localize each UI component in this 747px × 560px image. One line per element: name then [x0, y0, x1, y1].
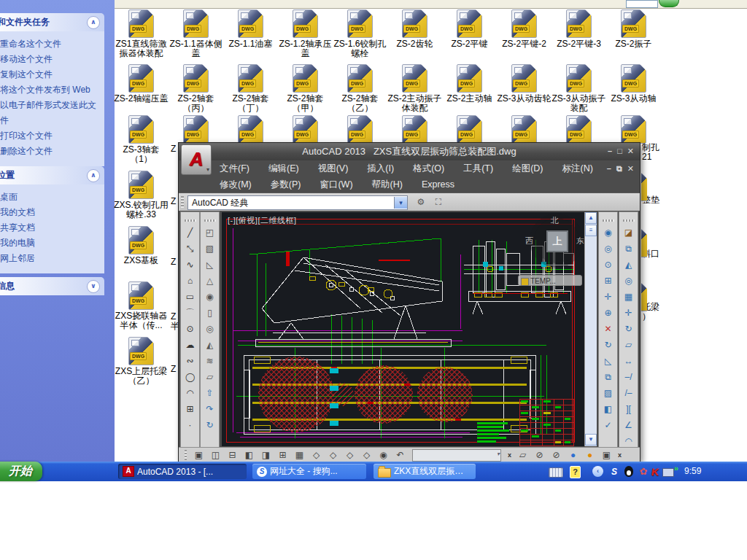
file-item[interactable]: DWG: [169, 115, 223, 144]
file-item[interactable]: DWG: [606, 115, 661, 144]
circle-icon[interactable]: ⊙: [182, 322, 198, 336]
press-pull-icon[interactable]: ⇧: [202, 386, 217, 400]
sidebar-link[interactable]: 共享文档: [0, 220, 101, 236]
check-icon[interactable]: ✓: [600, 419, 616, 432]
named-views-icon[interactable]: ▣: [191, 448, 206, 462]
cone-icon[interactable]: △: [202, 274, 217, 288]
menu-item[interactable]: Express: [422, 179, 454, 190]
taskbar-task-autocad[interactable]: A AutoCAD 2013 - [...: [118, 464, 247, 479]
chamfer-icon[interactable]: ∠: [621, 419, 636, 432]
sogou-input-tray-icon[interactable]: S: [608, 466, 620, 478]
intersect-icon[interactable]: ⊙: [600, 258, 616, 272]
collapse-chevron-icon[interactable]: ∧: [87, 16, 100, 29]
offset-faces-icon[interactable]: ⊕: [600, 306, 616, 320]
iso-sw-icon[interactable]: ◇: [309, 448, 324, 462]
file-item[interactable]: DWGZXS.铰制孔用螺栓.33: [114, 171, 169, 226]
drawing-canvas[interactable]: [-][俯视][二维线框] 上 北 西 东 TEMP...: [222, 212, 584, 446]
pyramid-icon[interactable]: ◭: [202, 338, 217, 352]
help-tray-icon[interactable]: ?: [570, 466, 581, 478]
go-button[interactable]: [659, 0, 679, 7]
menu-item[interactable]: 插入(I): [367, 163, 394, 175]
file-item[interactable]: DWG: [497, 115, 551, 144]
menu-item[interactable]: 参数(P): [271, 179, 301, 191]
toolbar-close-icon[interactable]: x: [506, 451, 514, 459]
clipped-file-label[interactable]: Z: [171, 144, 176, 154]
toolbar-close-icon[interactable]: x: [616, 451, 624, 459]
revolve-icon[interactable]: ↻: [202, 419, 217, 432]
collapse-chevron-icon[interactable]: ∧: [87, 169, 100, 182]
scale-icon[interactable]: ▱: [621, 338, 636, 352]
materials-icon[interactable]: ●: [565, 448, 581, 462]
offset-icon[interactable]: ◎: [621, 274, 636, 288]
sidebar-link[interactable]: 重命名这个文件: [0, 36, 101, 52]
trim-icon[interactable]: –/: [621, 370, 636, 384]
sidebar-link[interactable]: 我的文档: [0, 205, 101, 220]
menu-item[interactable]: 绘图(D): [512, 163, 543, 175]
file-item[interactable]: DWGZS-1.2轴承压盖: [278, 9, 333, 58]
toolbar-grip[interactable]: [181, 196, 184, 208]
network-tray-icon[interactable]: [662, 468, 674, 477]
details-header[interactable]: 信息 ∨: [0, 277, 104, 295]
ellipse-icon[interactable]: ◯: [182, 370, 198, 384]
menu-item[interactable]: 修改(M): [220, 179, 252, 191]
file-item[interactable]: DWGZS-3从动轴: [606, 64, 661, 113]
render-region-icon[interactable]: ▱: [515, 448, 530, 462]
kaspersky-tray-icon[interactable]: K: [649, 466, 662, 478]
file-item[interactable]: DWGZS-1.6铰制孔螺栓: [333, 9, 387, 58]
sphere-icon[interactable]: ◉: [202, 290, 217, 304]
file-item[interactable]: DWGZS-2平键-2: [497, 9, 551, 58]
places-header[interactable]: 位置 ∧: [0, 166, 104, 184]
doc-minimize-button[interactable]: –: [607, 164, 611, 174]
menu-item[interactable]: 帮助(H): [372, 179, 403, 191]
iso-ne-icon[interactable]: ◇: [342, 448, 357, 462]
file-item[interactable]: DWGZS-2振子: [606, 9, 661, 58]
start-button[interactable]: 开始: [0, 462, 42, 481]
break-icon[interactable]: ][: [621, 402, 636, 416]
title-bar[interactable]: AutoCAD 2013 ZXS直线双层振动筛总装配图.dwg: [179, 143, 640, 160]
delete-faces-icon[interactable]: ✕: [600, 322, 616, 336]
point-icon[interactable]: ∙: [182, 419, 198, 432]
sidebar-link[interactable]: 将这个文件发布到 Web: [0, 82, 101, 98]
clipped-dwg-icon[interactable]: [641, 229, 647, 257]
file-item[interactable]: DWGZXS基板: [114, 226, 169, 281]
clipped-file-label[interactable]: 制孔21: [642, 143, 659, 162]
menu-item[interactable]: 工具(T): [463, 163, 493, 175]
rotate-faces-icon[interactable]: ↻: [600, 338, 616, 352]
file-item[interactable]: DWGZS-2轴套（丙）: [169, 64, 223, 113]
menu-item[interactable]: 文件(F): [220, 163, 249, 175]
file-item[interactable]: DWGZXS挠联轴器半体（传...: [114, 281, 169, 337]
rotate-icon[interactable]: ↻: [621, 322, 636, 336]
file-item[interactable]: DWG: [387, 115, 442, 144]
iso-se-icon[interactable]: ◇: [325, 448, 341, 462]
scroll-down-button[interactable]: ▼: [585, 434, 597, 446]
adv-render-settings-icon[interactable]: ⊘: [549, 448, 564, 462]
file-item[interactable]: DWGZS-2主动轴: [442, 64, 497, 113]
copy-icon[interactable]: ⧉: [621, 242, 636, 256]
lights-icon[interactable]: ●: [582, 448, 597, 462]
render-icon[interactable]: ▣: [599, 448, 614, 462]
extend-icon[interactable]: /–: [621, 386, 636, 400]
sidebar-link[interactable]: 删除这个文件: [0, 144, 101, 159]
construction-line-icon[interactable]: ⤡: [182, 242, 198, 256]
union-icon[interactable]: ◉: [600, 226, 616, 240]
menu-item[interactable]: 视图(V): [318, 163, 349, 175]
array-icon[interactable]: ▦: [621, 290, 636, 304]
file-item[interactable]: DWGZS-3从动振子装配: [551, 64, 606, 113]
camera-icon[interactable]: ◉: [376, 448, 391, 462]
previous-view-icon[interactable]: ↶: [392, 448, 408, 462]
minimize-button[interactable]: –: [608, 147, 612, 156]
subtract-icon[interactable]: ◎: [600, 242, 616, 256]
sidebar-link[interactable]: 网上邻居: [0, 251, 101, 266]
file-item[interactable]: DWGZS-2轴套（乙）: [333, 64, 387, 113]
color-faces-icon[interactable]: ▨: [600, 386, 616, 400]
fog-icon[interactable]: ⊘: [532, 448, 547, 462]
taskbar-task-folder[interactable]: ZKX直线双层振动筛: [374, 464, 476, 479]
doc-restore-button[interactable]: ⧉: [616, 164, 622, 174]
file-item[interactable]: DWGZS-1.1油塞: [223, 9, 278, 58]
taskbar-task-browser[interactable]: S 网址大全 - 搜狗...: [252, 464, 366, 479]
address-bar-remnant[interactable]: [626, 0, 658, 8]
line-icon[interactable]: ╱: [182, 226, 198, 240]
polygon-icon[interactable]: ⌂: [182, 274, 198, 288]
menu-item[interactable]: 编辑(E): [268, 163, 299, 175]
copy-faces-icon[interactable]: ⧉: [600, 370, 616, 384]
